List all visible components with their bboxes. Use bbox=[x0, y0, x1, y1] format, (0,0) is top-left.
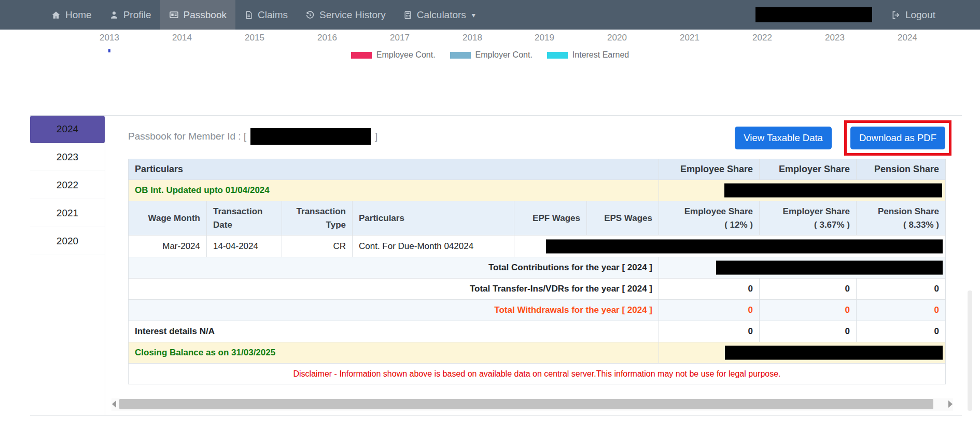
disclaimer-row: Disclaimer - Information shown above is … bbox=[129, 364, 946, 384]
chart-year-label: 2015 bbox=[245, 33, 264, 43]
tab-year-2021[interactable]: 2021 bbox=[30, 199, 105, 227]
disclaimer-text: Disclaimer - Information shown above is … bbox=[129, 364, 946, 384]
nav-right: Logout bbox=[755, 0, 980, 30]
horizontal-scrollbar[interactable] bbox=[111, 398, 953, 411]
subheader-particulars: Particulars bbox=[353, 201, 514, 236]
chart-year-label: 2019 bbox=[535, 33, 554, 43]
total-withdrawals-label: Total Withdrawals for the year [ 2024 ] bbox=[129, 300, 659, 321]
cell-particulars: Cont. For Due-Month 042024 bbox=[353, 236, 514, 257]
legend-swatch-employee bbox=[351, 52, 372, 59]
chevron-down-icon: ▾ bbox=[472, 11, 475, 19]
legend-item-employer: Employer Cont. bbox=[450, 50, 533, 60]
interest-employer-value: 0 bbox=[760, 321, 857, 342]
member-id-prefix: Passbook for Member Id : [ bbox=[128, 131, 246, 142]
passbook-table: Particulars Employee Share Employer Shar… bbox=[128, 159, 946, 384]
withdrawal-employer-value: 0 bbox=[760, 300, 857, 321]
action-buttons: View Taxable Data Download as PDF bbox=[735, 120, 951, 156]
cell-wage-month: Mar-2024 bbox=[129, 236, 207, 257]
chart-year-label: 2024 bbox=[898, 33, 917, 43]
withdrawal-pension-value: 0 bbox=[857, 300, 946, 321]
transfer-employee-value: 0 bbox=[659, 279, 760, 300]
download-as-pdf-button[interactable]: Download as PDF bbox=[850, 127, 945, 149]
nav-item-label: Claims bbox=[258, 9, 288, 21]
legend-swatch-interest bbox=[547, 52, 568, 59]
total-transfer-ins-row: Total Transfer-Ins/VDRs for the year [ 2… bbox=[129, 279, 946, 300]
tab-year-2023[interactable]: 2023 bbox=[30, 143, 105, 171]
legend-label: Employer Cont. bbox=[475, 50, 533, 60]
chart-year-label: 2021 bbox=[680, 33, 699, 43]
tab-year-2020[interactable]: 2020 bbox=[30, 227, 105, 255]
member-id-line: Passbook for Member Id : [ ] bbox=[128, 128, 377, 145]
contribution-chart-strip: 2013 2014 2015 2016 2017 2018 2019 2020 … bbox=[0, 30, 980, 115]
transaction-amounts bbox=[514, 236, 946, 257]
interest-details-row: Interest details N/A 0 0 0 bbox=[129, 321, 946, 342]
calculator-icon bbox=[403, 10, 412, 20]
nav-item-claims[interactable]: Claims bbox=[235, 0, 297, 30]
interest-employee-value: 0 bbox=[659, 321, 760, 342]
legend-item-employee: Employee Cont. bbox=[351, 50, 436, 60]
nav-item-label: Profile bbox=[123, 9, 151, 21]
tab-year-2024[interactable]: 2024 bbox=[30, 116, 105, 143]
opening-balance-values bbox=[659, 180, 946, 201]
header-pension-share: Pension Share bbox=[857, 159, 946, 180]
scroll-right-arrow-icon[interactable] bbox=[948, 400, 953, 408]
top-navbar: Home Profile Passbook Claims bbox=[0, 0, 980, 30]
user-icon bbox=[109, 10, 119, 20]
chart-legend: Employee Cont. Employer Cont. Interest E… bbox=[0, 50, 980, 60]
total-withdrawals-row: Total Withdrawals for the year [ 2024 ] … bbox=[129, 300, 946, 321]
redacted-amounts bbox=[725, 346, 943, 360]
nav-item-calculators[interactable]: Calculators ▾ bbox=[395, 0, 484, 30]
opening-balance-row: OB Int. Updated upto 01/04/2024 bbox=[129, 180, 946, 201]
member-id-suffix: ] bbox=[375, 131, 377, 142]
subheader-transaction-type: TransactionType bbox=[282, 201, 353, 236]
view-taxable-data-button[interactable]: View Taxable Data bbox=[735, 127, 832, 149]
tab-year-2022[interactable]: 2022 bbox=[30, 171, 105, 199]
nav-item-label: Home bbox=[65, 9, 92, 21]
chart-year-label: 2023 bbox=[825, 33, 845, 43]
cell-transaction-date: 14-04-2024 bbox=[207, 236, 282, 257]
legend-label: Employee Cont. bbox=[376, 50, 436, 60]
redacted-amounts bbox=[716, 261, 943, 275]
subheader-transaction-date: TransactionDate bbox=[207, 201, 282, 236]
card-bottom-border bbox=[30, 415, 962, 416]
redacted-amounts bbox=[546, 239, 943, 253]
total-transfer-ins-label: Total Transfer-Ins/VDRs for the year [ 2… bbox=[129, 279, 659, 300]
document-icon bbox=[244, 10, 253, 20]
nav-item-service-history[interactable]: Service History bbox=[297, 0, 395, 30]
logout-button[interactable]: Logout bbox=[883, 9, 944, 21]
closing-balance-row: Closing Balance as on 31/03/2025 bbox=[129, 342, 946, 364]
nav-item-profile[interactable]: Profile bbox=[101, 0, 160, 30]
nav-item-home[interactable]: Home bbox=[43, 0, 101, 30]
transfer-pension-value: 0 bbox=[857, 279, 946, 300]
logout-label: Logout bbox=[905, 9, 935, 21]
total-contributions-values bbox=[659, 257, 946, 279]
chart-year-label: 2014 bbox=[172, 33, 192, 43]
epfo-passbook-page: Home Profile Passbook Claims bbox=[0, 0, 980, 429]
total-contributions-row: Total Contributions for the year [ 2024 … bbox=[129, 257, 946, 279]
header-employee-share: Employee Share bbox=[659, 159, 760, 180]
transfer-employer-value: 0 bbox=[760, 279, 857, 300]
vertical-scrollbar-thumb[interactable] bbox=[968, 290, 972, 411]
chart-year-label: 2016 bbox=[317, 33, 337, 43]
red-highlight-box: Download as PDF bbox=[844, 120, 951, 156]
subheader-employee-share: Employee Share( 12% ) bbox=[659, 201, 760, 236]
interest-details-label: Interest details N/A bbox=[129, 321, 659, 342]
subheader-wage-month: Wage Month bbox=[129, 201, 207, 236]
opening-balance-label: OB Int. Updated upto 01/04/2024 bbox=[129, 180, 659, 201]
card-top-border bbox=[30, 115, 962, 116]
year-tabs: 2024 2023 2022 2021 2020 bbox=[30, 116, 105, 255]
nav-item-passbook[interactable]: Passbook bbox=[160, 0, 235, 30]
tabs-panel-divider bbox=[105, 115, 105, 415]
chart-year-label: 2020 bbox=[607, 33, 627, 43]
subheader-employer-share: Employer Share( 3.67% ) bbox=[760, 201, 857, 236]
nav-item-label: Service History bbox=[319, 9, 386, 21]
legend-item-interest: Interest Earned bbox=[547, 50, 629, 60]
transaction-row: Mar-2024 14-04-2024 CR Cont. For Due-Mon… bbox=[129, 236, 946, 257]
redacted-username bbox=[755, 7, 872, 22]
header-employer-share: Employer Share bbox=[760, 159, 857, 180]
chart-year-label: 2022 bbox=[752, 33, 772, 43]
chart-year-label: 2018 bbox=[463, 33, 482, 43]
scroll-left-arrow-icon[interactable] bbox=[112, 400, 116, 408]
header-particulars: Particulars bbox=[129, 159, 659, 180]
horizontal-scrollbar-thumb[interactable] bbox=[119, 399, 933, 409]
